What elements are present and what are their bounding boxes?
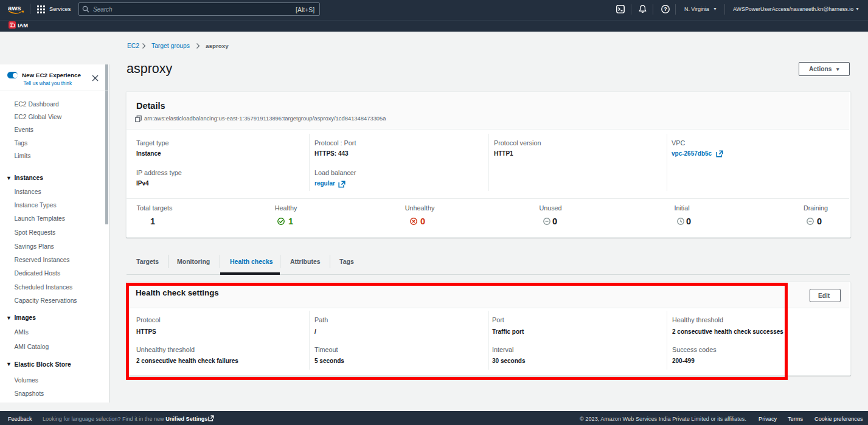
svg-text:aws: aws — [8, 4, 21, 12]
svg-text:?: ? — [664, 6, 667, 12]
